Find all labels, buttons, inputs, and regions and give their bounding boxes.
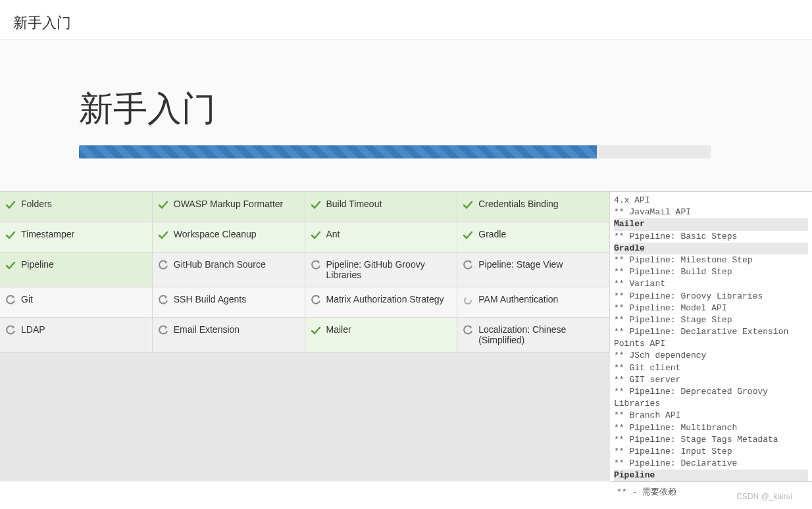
log-line: ** Pipeline: Milestone Step — [614, 254, 808, 266]
plugin-cell: Email Extension — [153, 318, 305, 352]
check-icon — [311, 326, 321, 336]
log-line: 4.x API — [614, 195, 808, 206]
plugin-cell: Credentials Binding — [457, 192, 610, 222]
log-line: ** Pipeline: Declarative Extension Point… — [614, 326, 808, 350]
plugin-name: Credentials Binding — [478, 199, 558, 209]
plugin-cell: Build Timeout — [305, 192, 458, 222]
refresh-icon — [158, 295, 168, 306]
plugin-cell: Gradle — [457, 222, 610, 253]
log-line: ** Pipeline: Build Step — [614, 266, 808, 278]
plugin-name: Localization: Chinese (Simplified) — [478, 324, 604, 345]
plugin-cell: Pipeline — [0, 253, 153, 287]
check-icon — [311, 200, 321, 210]
plugin-name: SSH Build Agents — [174, 294, 247, 304]
plugin-cell: Ant — [305, 222, 458, 253]
plugin-cell: Matrix Authorization Strategy — [305, 287, 458, 318]
header: 新手入门 — [0, 0, 812, 40]
refresh-icon — [311, 295, 321, 306]
log-line: Pipeline — [614, 470, 808, 481]
plugin-name: Workspace Cleanup — [174, 229, 257, 239]
plugin-name: PAM Authentication — [478, 294, 558, 304]
plugin-grid: FoldersOWASP Markup FormatterBuild Timeo… — [0, 192, 610, 352]
plugin-name: Gradle — [478, 229, 506, 239]
log-line: ** Pipeline: Basic Steps — [614, 231, 808, 243]
plugin-cell: Mailer — [305, 318, 458, 352]
plugin-name: Pipeline: GitHub Groovy Libraries — [326, 259, 452, 280]
plugin-name: Git — [21, 294, 33, 304]
svg-point-0 — [465, 297, 471, 304]
plugin-cell: Localization: Chinese (Simplified) — [457, 318, 610, 352]
log-line: ** Pipeline: Input Step — [614, 446, 808, 458]
plugin-name: Ant — [326, 229, 340, 239]
refresh-icon — [463, 326, 473, 336]
plugin-cell: Pipeline: GitHub Groovy Libraries — [305, 253, 458, 287]
plugin-cell: Folders — [0, 192, 153, 222]
plugin-name: Pipeline: Stage View — [478, 259, 563, 270]
log-line: ** Pipeline: Groovy Libraries — [614, 291, 808, 303]
plugin-name: Build Timeout — [326, 199, 382, 209]
refresh-icon — [311, 260, 321, 271]
check-icon — [463, 200, 473, 210]
progress-bar — [79, 145, 711, 158]
plugin-cell: LDAP — [0, 318, 153, 352]
plugin-name: GitHub Branch Source — [174, 259, 266, 270]
plugin-grid-container: FoldersOWASP Markup FormatterBuild Timeo… — [0, 192, 610, 481]
log-line: Gradle — [614, 243, 808, 254]
progress-container — [79, 145, 711, 158]
check-icon — [463, 230, 473, 241]
plugin-name: Mailer — [326, 324, 351, 335]
refresh-icon — [463, 260, 473, 271]
plugin-cell: SSH Build Agents — [153, 287, 305, 318]
refresh-icon — [158, 326, 168, 336]
hero-section: 新手入门 — [0, 40, 812, 191]
plugin-name: Folders — [21, 199, 52, 209]
log-line: ** JSch dependency — [614, 350, 808, 362]
spinner-icon — [463, 295, 473, 306]
log-line: ** JavaMail API — [614, 206, 808, 218]
plugin-cell: Pipeline: Stage View — [457, 253, 610, 287]
log-line: ** Git client — [614, 362, 808, 374]
plugin-name: Pipeline — [21, 259, 54, 270]
plugin-cell: Timestamper — [0, 222, 153, 253]
check-icon — [5, 200, 16, 210]
progress-fill — [79, 145, 597, 158]
refresh-icon — [158, 260, 168, 271]
plugin-name: Matrix Authorization Strategy — [326, 294, 444, 304]
log-line: ** Pipeline: Multibranch — [614, 422, 808, 434]
log-line: ** Branch API — [614, 410, 808, 422]
check-icon — [5, 230, 16, 241]
log-line: ** Variant — [614, 278, 808, 290]
log-line: ** Pipeline: Stage Step — [614, 314, 808, 326]
install-log[interactable]: 4.x API** JavaMail APIMailer** Pipeline:… — [610, 192, 812, 481]
log-line: ** Pipeline: Stage Tags Metadata — [614, 434, 808, 446]
plugin-name: OWASP Markup Formatter — [174, 199, 283, 209]
plugin-name: Timestamper — [21, 229, 74, 239]
check-icon — [158, 230, 168, 241]
plugin-name: LDAP — [21, 324, 45, 335]
refresh-icon — [5, 295, 16, 306]
check-icon — [311, 230, 321, 241]
plugin-cell: PAM Authentication — [457, 287, 610, 318]
log-line: ** GIT server — [614, 374, 808, 386]
hero-title: 新手入门 — [79, 86, 812, 132]
check-icon — [158, 200, 168, 210]
plugin-cell: GitHub Branch Source — [153, 253, 305, 287]
log-line: Mailer — [614, 218, 808, 230]
log-line: ** Pipeline: Deprecated Groovy Libraries — [614, 386, 808, 410]
log-line: ** Pipeline: Model API — [614, 303, 808, 314]
refresh-icon — [5, 326, 16, 336]
plugin-name: Email Extension — [174, 324, 240, 335]
log-line: ** Pipeline: Declarative — [614, 458, 808, 470]
header-title: 新手入门 — [13, 13, 812, 33]
watermark: CSDN @_kairui — [736, 492, 792, 501]
main-content: FoldersOWASP Markup FormatterBuild Timeo… — [0, 191, 812, 502]
check-icon — [5, 260, 16, 271]
plugin-cell: OWASP Markup Formatter — [153, 192, 305, 222]
plugin-cell: Git — [0, 287, 153, 318]
plugin-cell: Workspace Cleanup — [153, 222, 305, 253]
